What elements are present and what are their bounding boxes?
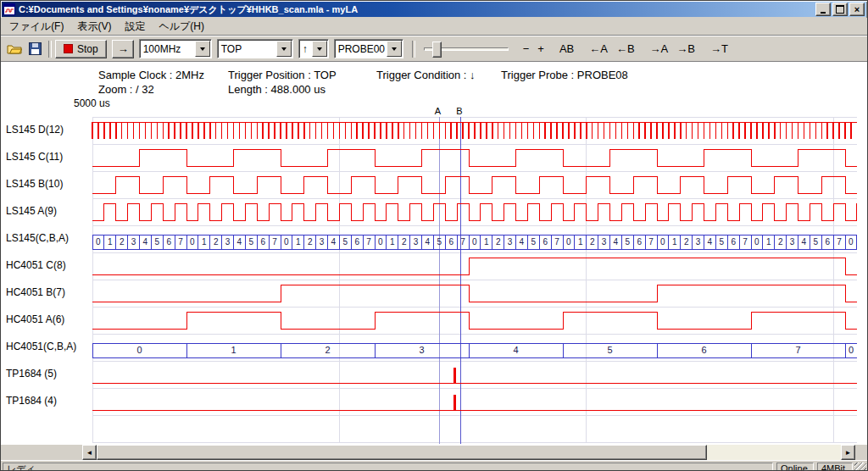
svg-text:0: 0	[660, 237, 665, 247]
slider-thumb[interactable]	[432, 42, 442, 58]
svg-text:5: 5	[437, 237, 442, 247]
svg-text:5: 5	[720, 237, 725, 247]
goto-trigger-button[interactable]: →T	[706, 42, 732, 56]
svg-text:3: 3	[320, 237, 325, 247]
svg-text:5: 5	[249, 237, 254, 247]
minimize-button[interactable]	[815, 3, 831, 16]
zoom-in-button[interactable]: +	[533, 42, 548, 56]
status-ready: レディ	[3, 463, 773, 471]
stop-icon	[64, 44, 73, 53]
sample-clock-value: 100MHz	[140, 43, 194, 55]
save-button[interactable]	[25, 39, 45, 59]
svg-text:3: 3	[790, 237, 795, 247]
resize-grip[interactable]	[854, 463, 866, 471]
run-button[interactable]: →	[112, 40, 134, 58]
scroll-right-button[interactable]: ►	[841, 445, 855, 460]
svg-text:5: 5	[626, 237, 631, 247]
trigger-position-select[interactable]: TOP	[217, 39, 293, 58]
svg-text:6: 6	[354, 237, 359, 247]
svg-text:4: 4	[802, 237, 807, 247]
svg-text:4: 4	[426, 237, 431, 247]
open-folder-icon	[7, 43, 22, 55]
svg-text:7: 7	[648, 237, 654, 247]
trigger-edge-value: ↑	[299, 43, 311, 55]
svg-text:2: 2	[496, 237, 501, 247]
cursor-ab-button[interactable]: AB	[555, 42, 578, 56]
svg-text:6: 6	[731, 237, 736, 247]
svg-text:2: 2	[590, 237, 595, 247]
toolbar-separator	[48, 41, 52, 58]
svg-text:0: 0	[754, 237, 760, 247]
chevron-down-icon[interactable]	[387, 41, 402, 57]
channel-wave-1	[92, 149, 857, 166]
zoom-slider[interactable]	[422, 41, 510, 58]
svg-text:6: 6	[825, 237, 830, 247]
chevron-down-icon[interactable]	[276, 41, 292, 57]
svg-text:1: 1	[296, 237, 301, 247]
next-a-button[interactable]: →A	[646, 42, 673, 56]
scroll-left-button[interactable]: ◄	[82, 445, 97, 460]
menu-help[interactable]: ヘルプ(H)	[152, 18, 211, 36]
svg-text:1: 1	[672, 237, 677, 247]
svg-text:4: 4	[143, 237, 148, 247]
menu-view[interactable]: 表示(V)	[70, 18, 118, 36]
svg-text:7: 7	[460, 237, 465, 247]
svg-text:2: 2	[402, 237, 407, 247]
channel-wave-2	[92, 176, 857, 193]
svg-text:2: 2	[214, 237, 219, 247]
horizontal-scrollbar[interactable]: ◄ ►	[82, 445, 855, 460]
svg-text:0: 0	[849, 237, 854, 247]
prev-a-button[interactable]: ←A	[585, 42, 612, 56]
channel-wave-3	[92, 203, 857, 220]
sample-clock-select[interactable]: 100MHz	[139, 39, 212, 58]
svg-text:3: 3	[508, 237, 513, 247]
trigger-edge-select[interactable]: ↑	[298, 39, 329, 58]
channel-wave-5	[92, 258, 857, 274]
svg-text:2: 2	[120, 237, 125, 247]
menu-settings[interactable]: 設定	[118, 18, 152, 36]
svg-text:0: 0	[136, 345, 142, 355]
svg-text:7: 7	[795, 345, 800, 355]
svg-text:3: 3	[414, 237, 419, 247]
trigger-probe-select[interactable]: PROBE00	[334, 39, 403, 58]
trigger-probe-value: PROBE00	[335, 43, 386, 55]
stop-button[interactable]: Stop	[55, 40, 107, 58]
svg-text:5: 5	[531, 237, 537, 247]
chevron-down-icon[interactable]	[312, 41, 327, 57]
svg-text:4: 4	[614, 237, 619, 247]
waveform-canvas[interactable]: AB01234567012345670123456701234567012345…	[1, 62, 867, 445]
channel-wave-6	[92, 285, 857, 302]
app-icon	[3, 3, 15, 15]
scrollbar-thumb[interactable]	[97, 445, 707, 460]
maximize-button[interactable]	[832, 3, 848, 16]
svg-text:4: 4	[520, 237, 525, 247]
close-button[interactable]: ×	[849, 3, 865, 16]
open-button[interactable]	[4, 39, 25, 59]
svg-text:7: 7	[837, 237, 842, 247]
svg-text:5: 5	[343, 237, 348, 247]
next-b-button[interactable]: →B	[672, 42, 699, 56]
svg-text:A: A	[435, 106, 442, 116]
maximize-icon	[836, 5, 844, 14]
svg-text:1: 1	[484, 237, 489, 247]
svg-text:3: 3	[696, 237, 701, 247]
svg-text:4: 4	[237, 237, 242, 247]
svg-text:6: 6	[166, 237, 171, 247]
status-online: Online	[776, 463, 814, 471]
toolbar: Stop → 100MHz TOP ↑ PROBE00 − + AB	[1, 36, 867, 62]
svg-text:7: 7	[554, 237, 559, 247]
svg-text:7: 7	[743, 237, 748, 247]
svg-text:2: 2	[308, 237, 313, 247]
svg-text:5: 5	[814, 237, 819, 247]
menu-file[interactable]: ファイル(F)	[3, 18, 70, 36]
svg-text:0: 0	[849, 345, 854, 355]
toolbar-separator	[412, 41, 415, 58]
scrollbar-track[interactable]	[97, 445, 841, 460]
svg-text:3: 3	[419, 345, 424, 355]
prev-b-button[interactable]: ←B	[612, 42, 639, 56]
zoom-out-button[interactable]: −	[519, 42, 534, 56]
svg-text:0: 0	[566, 237, 571, 247]
svg-text:3: 3	[602, 237, 607, 247]
chevron-down-icon[interactable]	[195, 41, 210, 57]
svg-text:7: 7	[366, 237, 371, 247]
